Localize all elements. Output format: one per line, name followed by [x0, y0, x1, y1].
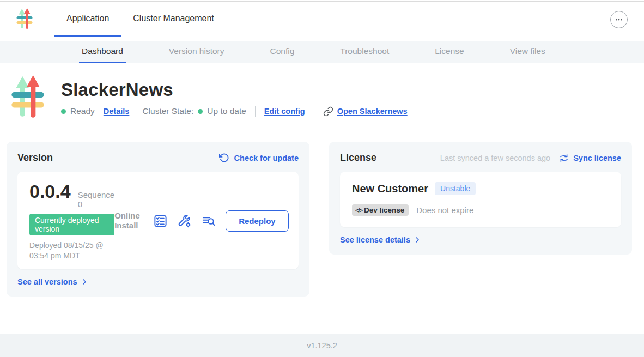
divider: [255, 106, 256, 117]
license-type-badge: </> Dev license: [352, 204, 409, 216]
license-type-label: Dev license: [364, 206, 404, 214]
tab-config[interactable]: Config: [268, 41, 297, 63]
edit-config-icon-button[interactable]: [177, 214, 192, 228]
topnav-tabs: Application Cluster Management: [54, 2, 226, 37]
deployed-status-badge: Currently deployed version: [29, 214, 114, 235]
redeploy-button[interactable]: Redeploy: [226, 210, 289, 232]
last-synced-text: Last synced a few seconds ago: [440, 154, 550, 162]
tab-version-history[interactable]: Version history: [166, 41, 227, 63]
sync-arrows-icon: [559, 153, 569, 163]
tab-label: Troubleshoot: [340, 46, 389, 56]
version-card: Version Check for update 0.0.4 Sequence …: [7, 142, 309, 297]
tab-label: Version history: [169, 46, 224, 56]
install-type-label: Online Install: [114, 211, 144, 232]
link-icon: [323, 106, 333, 117]
cluster-state-label: Cluster State:: [142, 106, 193, 116]
app-header: SlackerNews Ready Details Cluster State:…: [11, 75, 644, 122]
version-card-title: Version: [17, 152, 53, 164]
see-all-versions-link[interactable]: See all versions: [17, 277, 299, 286]
top-navbar: Application Cluster Management: [0, 2, 644, 37]
license-card-title: License: [340, 152, 376, 164]
ellipsis-icon: [615, 15, 623, 24]
app-logo-small: [16, 2, 33, 37]
see-license-details-label: See license details: [340, 235, 410, 244]
divider: [314, 106, 314, 117]
chevron-right-icon: [81, 278, 88, 286]
footer-bar: v1.125.2: [0, 334, 644, 357]
license-expiry: Does not expire: [416, 205, 473, 215]
customer-name: New Customer: [352, 183, 428, 195]
check-for-update-link[interactable]: Check for update: [219, 153, 299, 163]
preflight-checks-button[interactable]: [153, 214, 168, 228]
chevron-right-icon: [414, 236, 421, 244]
edit-config-link[interactable]: Edit config: [264, 107, 305, 116]
refresh-icon: [219, 153, 229, 163]
slackernews-logo-icon: [11, 75, 45, 122]
tab-label: Config: [270, 46, 295, 56]
tab-label: License: [435, 46, 464, 56]
app-status-label: Ready: [70, 106, 95, 116]
open-app-link-label: Open Slackernews: [337, 107, 408, 116]
license-detail-panel: New Customer Unstable </> Dev license Do…: [340, 172, 621, 227]
checklist-icon: [153, 214, 168, 228]
sync-license-link[interactable]: Sync license: [559, 153, 621, 163]
code-icon: </>: [355, 207, 362, 214]
tab-license[interactable]: License: [432, 41, 466, 63]
version-number: 0.0.4: [29, 181, 71, 202]
app-status-row: Ready Details Cluster State: Up to date …: [61, 106, 408, 117]
dashboard-cards: Version Check for update 0.0.4 Sequence …: [7, 142, 637, 297]
tab-troubleshoot[interactable]: Troubleshoot: [337, 41, 392, 63]
overflow-menu-button[interactable]: [610, 11, 628, 28]
topnav-tab-label: Application: [66, 14, 109, 23]
deployed-timestamp: Deployed 08/15/25 @ 03:54 pm MDT: [29, 240, 114, 261]
console-version: v1.125.2: [307, 341, 337, 350]
page-title: SlackerNews: [61, 80, 408, 100]
status-details-link[interactable]: Details: [104, 107, 130, 116]
cluster-state-dot: [198, 109, 203, 114]
tab-label: View files: [510, 46, 545, 56]
tab-view-files[interactable]: View files: [507, 41, 548, 63]
license-card: License Last synced a few seconds ago Sy…: [329, 142, 632, 255]
sync-license-label: Sync license: [573, 154, 621, 162]
view-diff-button[interactable]: [201, 214, 216, 228]
app-logo-large: [11, 75, 45, 122]
topnav-tab-cluster-management[interactable]: Cluster Management: [121, 2, 226, 37]
app-status-dot: [61, 109, 66, 114]
cluster-state-value: Up to date: [207, 106, 246, 116]
wrench-gear-icon: [177, 214, 192, 228]
check-for-update-label: Check for update: [234, 154, 299, 162]
see-license-details-link[interactable]: See license details: [340, 235, 621, 244]
file-search-icon: [201, 214, 216, 228]
tab-label: Dashboard: [82, 46, 123, 56]
tab-dashboard[interactable]: Dashboard: [79, 41, 126, 63]
current-version-panel: 0.0.4 Sequence 0 Currently deployed vers…: [17, 172, 299, 269]
slackernews-logo-icon: [16, 8, 33, 31]
version-sequence: Sequence 0: [78, 190, 115, 209]
app-subnav: Dashboard Version history Config Trouble…: [0, 41, 644, 63]
topnav-tab-label: Cluster Management: [133, 14, 214, 23]
topnav-tab-application[interactable]: Application: [54, 2, 121, 37]
channel-badge: Unstable: [435, 182, 476, 195]
open-app-link[interactable]: Open Slackernews: [323, 106, 408, 117]
see-all-versions-label: See all versions: [17, 277, 77, 286]
